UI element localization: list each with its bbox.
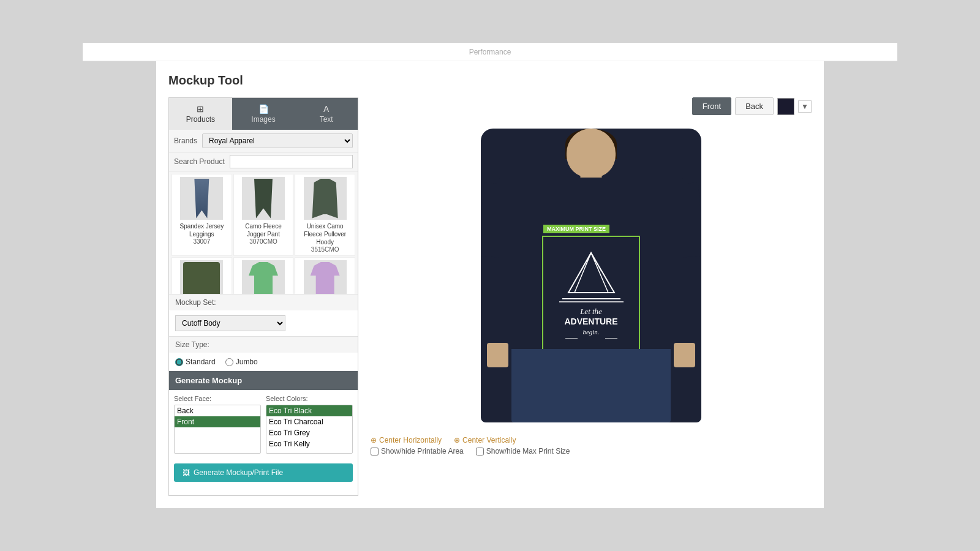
- back-btn[interactable]: Back: [735, 97, 774, 115]
- color-select-label: Select Colors:: [266, 395, 353, 402]
- jacket-shape: [183, 262, 220, 294]
- generate-btn-icon: 🖼: [183, 468, 190, 477]
- show-printable-check[interactable]: Show/hide Printable Area: [371, 447, 464, 455]
- tab-text[interactable]: A Text: [295, 98, 358, 130]
- align-row: ⊕ Center Horizontally ⊕ Center Verticall…: [371, 436, 570, 444]
- color-dropdown-arrow[interactable]: ▼: [798, 100, 812, 113]
- product-img-jogger: [242, 177, 285, 220]
- tool-panel: ⊞ Products 📄 Images A Text: [168, 97, 358, 496]
- size-type-row: Standard Jumbo: [169, 353, 358, 371]
- color-select-list: Select Colors: Eco Tri Black Eco Tri Cha…: [266, 395, 353, 454]
- color-eco-tri-charcoal[interactable]: Eco Tri Charcoal: [266, 416, 352, 427]
- mockup-set-select[interactable]: Cutoff Body Full Body Flat Lay: [175, 315, 285, 331]
- radio-jumbo[interactable]: Jumbo: [225, 358, 258, 366]
- right-sidebar: [824, 61, 897, 508]
- color-swatch[interactable]: [777, 98, 794, 115]
- products-icon: ⊞: [197, 104, 204, 114]
- tee-purple-shape: [307, 262, 344, 294]
- svg-line-2: [581, 253, 591, 271]
- product-card-tee-green[interactable]: [233, 257, 294, 294]
- mockup-set-label: Mockup Set:: [169, 294, 358, 310]
- show-max-check[interactable]: Show/hide Max Print Size: [476, 447, 570, 455]
- bottom-controls: ⊕ Center Horizontally ⊕ Center Verticall…: [371, 436, 570, 455]
- text-icon: A: [323, 104, 329, 114]
- generate-body: Select Face: Back Front Select Colors: E…: [169, 390, 358, 459]
- print-area: MAXIMUM PRINT SIZE: [542, 236, 640, 352]
- face-listbox[interactable]: Back Front: [174, 405, 261, 454]
- center-v-label: Center Vertically: [462, 436, 516, 444]
- top-nav: Performance: [83, 43, 897, 61]
- svg-text:Let the: Let the: [579, 307, 602, 316]
- front-btn[interactable]: Front: [692, 97, 731, 115]
- product-card-tee-purple[interactable]: [295, 257, 355, 294]
- brands-label: Brands: [174, 137, 197, 145]
- tshirt-preview: MAXIMUM PRINT SIZE: [475, 122, 707, 429]
- product-name-hoodie: Unisex Camo Fleece Pullover Hoody: [298, 222, 352, 246]
- svg-line-3: [591, 253, 601, 271]
- main-content: Mockup Tool ⊞ Products 📄 Images: [156, 61, 824, 508]
- product-name-leggings: Spandex Jersey Leggings: [175, 222, 229, 238]
- tab-images[interactable]: 📄 Images: [232, 98, 295, 130]
- color-eco-tri-kelly[interactable]: Eco Tri Kelly: [266, 438, 352, 449]
- product-card-jogger[interactable]: Camo Fleece Jogger Pant 3070CMO: [233, 174, 294, 256]
- tee-green-shape: [245, 262, 282, 294]
- product-img-hoodie: [304, 177, 347, 220]
- center-h-btn[interactable]: ⊕ Center Horizontally: [371, 436, 442, 444]
- face-select-label: Select Face:: [174, 395, 261, 402]
- color-eco-tri-grey[interactable]: Eco Tri Grey: [266, 427, 352, 438]
- search-input[interactable]: [230, 155, 353, 168]
- mountain-graphic: Let the ADVENTURE begin.: [545, 242, 637, 346]
- tab-text-label: Text: [320, 115, 333, 124]
- show-max-label: Show/hide Max Print Size: [486, 447, 570, 455]
- size-type-label: Size Type:: [169, 336, 358, 353]
- preview-area: Front Back ▼: [371, 97, 812, 496]
- face-select-list: Select Face: Back Front: [174, 395, 261, 454]
- face-option-front[interactable]: Front: [175, 416, 260, 427]
- face-option-back[interactable]: Back: [175, 405, 260, 416]
- show-printable-input[interactable]: [371, 448, 379, 455]
- mockup-set-content: Cutoff Body Full Body Flat Lay: [169, 310, 358, 336]
- product-id-leggings: 33007: [175, 238, 229, 245]
- jogger-shape: [245, 179, 282, 219]
- tab-bar: ⊞ Products 📄 Images A Text: [169, 98, 358, 130]
- radio-standard-input[interactable]: [175, 358, 183, 366]
- radio-jumbo-input[interactable]: [225, 358, 233, 366]
- product-card-leggings[interactable]: Spandex Jersey Leggings 33007: [172, 174, 232, 256]
- product-card-jacket[interactable]: [172, 257, 232, 294]
- search-row: Search Product: [169, 152, 358, 171]
- product-id-hoodie: 3515CMO: [298, 246, 352, 253]
- brands-select[interactable]: Royal Apparel Next Level Gildan: [202, 133, 353, 148]
- tshirt-bg: MAXIMUM PRINT SIZE: [481, 129, 701, 422]
- generate-header: Generate Mockup: [169, 371, 358, 390]
- show-row: Show/hide Printable Area Show/hide Max P…: [371, 447, 570, 455]
- generate-btn[interactable]: 🖼 Generate Mockup/Print File: [174, 463, 353, 482]
- product-id-jogger: 3070CMO: [236, 238, 291, 245]
- product-img-leggings: [180, 177, 223, 220]
- color-eco-tri-black[interactable]: Eco Tri Black: [266, 405, 352, 416]
- svg-text:begin.: begin.: [582, 328, 599, 335]
- center-h-icon: ⊕: [371, 436, 377, 444]
- hoodie-shape: [307, 179, 344, 219]
- tab-images-label: Images: [251, 115, 275, 124]
- product-card-hoodie[interactable]: Unisex Camo Fleece Pullover Hoody 3515CM…: [295, 174, 355, 256]
- model-torso: MAXIMUM PRINT SIZE: [493, 129, 689, 422]
- tab-products-label: Products: [186, 115, 215, 124]
- center-h-label: Center Horizontally: [379, 436, 442, 444]
- nav-performance: Performance: [469, 48, 511, 56]
- standard-label: Standard: [186, 358, 216, 366]
- jumbo-label: Jumbo: [236, 358, 258, 366]
- svg-marker-0: [568, 253, 614, 293]
- center-v-btn[interactable]: ⊕ Center Vertically: [454, 436, 516, 444]
- color-listbox[interactable]: Eco Tri Black Eco Tri Charcoal Eco Tri G…: [266, 405, 353, 454]
- radio-standard[interactable]: Standard: [175, 358, 216, 366]
- product-img-tee-green: [242, 260, 285, 294]
- model-hand-right: [674, 343, 695, 367]
- generate-btn-label: Generate Mockup/Print File: [194, 468, 283, 477]
- show-printable-label: Show/hide Printable Area: [381, 447, 464, 455]
- show-max-input[interactable]: [476, 448, 484, 455]
- model-hand-left: [487, 343, 508, 367]
- product-img-jacket: [180, 260, 223, 294]
- search-label: Search Product: [174, 157, 225, 166]
- tab-products[interactable]: ⊞ Products: [169, 98, 232, 130]
- left-sidebar: [83, 61, 156, 508]
